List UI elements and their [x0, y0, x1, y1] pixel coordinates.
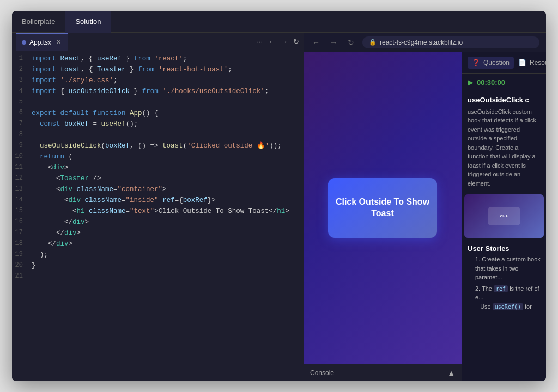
code-line-9: 9 useOutsideClick(boxRef, () => toast('C… [12, 140, 304, 151]
code-line-3: 3 import './style.css'; [12, 75, 304, 86]
code-line-18: 18 </div> [12, 238, 304, 249]
tab-solution[interactable]: Solution [65, 11, 111, 33]
code-line-7: 7 const boxRef = useRef(); [12, 119, 304, 130]
code-line-14: 14 <div className="inside" ref={boxRef}> [12, 195, 304, 206]
resources-tab-btn[interactable]: 📄 Resources [518, 59, 546, 66]
code-line-2: 2 import toast, { Toaster } from 'react-… [12, 64, 304, 75]
code-line-13: 13 <div className="container"> [12, 184, 304, 195]
code-pane: App.tsx ✕ ··· ← → ↻ 1 import React, { us… [12, 33, 304, 381]
code-line-12: 12 <Toaster /> [12, 173, 304, 184]
main-layout: App.tsx ✕ ··· ← → ↻ 1 import React, { us… [12, 33, 546, 381]
useref-badge: useRef() [493, 303, 523, 310]
timer-play-icon: ▶ [468, 78, 474, 87]
code-line-20: 20 } [12, 260, 304, 271]
file-tab-bar: App.tsx ✕ ··· ← → ↻ [12, 33, 304, 51]
preview-mini-box: Click [488, 207, 520, 225]
click-box-label: Click Outside To Show Toast [328, 197, 437, 219]
ref-badge: ref [494, 285, 508, 292]
back-icon[interactable]: ← [268, 38, 275, 46]
user-story-2: 2. The ref is the ref of e... Use useRef… [475, 284, 541, 311]
console-toggle-btn[interactable]: ▲ [447, 369, 455, 377]
console-bar: Console ▲ [304, 364, 462, 381]
question-tab-btn[interactable]: ❓ Question [468, 57, 514, 69]
resources-icon: 📄 [518, 59, 526, 66]
user-story-1: 1. Create a custom hook that takes in tw… [475, 255, 541, 282]
user-stories-title: User Stories [462, 240, 546, 255]
file-tab-close-btn[interactable]: ✕ [54, 39, 62, 46]
more-options-icon[interactable]: ··· [257, 38, 263, 46]
file-tab-app-tsx[interactable]: App.tsx ✕ [16, 33, 68, 51]
preview-content: Click Outside To Show Toast [304, 52, 462, 364]
code-line-19: 19 ); [12, 249, 304, 260]
code-line-15: 15 <h1 className="text">Click Outside To… [12, 206, 304, 217]
challenge-description: useOutsideClick custom hook that detects… [462, 107, 546, 193]
code-line-1: 1 import React, { useRef } from 'react'; [12, 53, 304, 64]
forward-browser-btn[interactable]: → [327, 36, 339, 48]
file-dot [22, 40, 26, 45]
url-text: react-ts-c9g4me.stackblitz.io [380, 39, 463, 46]
code-line-6: 6 export default function App() { [12, 108, 304, 119]
code-line-21: 21 [12, 271, 304, 282]
timer-display: 00:30:00 [477, 78, 505, 87]
user-story-list: 1. Create a custom hook that takes in tw… [462, 255, 546, 317]
question-icon: ❓ [472, 59, 480, 66]
challenge-title: useOutsideClick c [462, 91, 546, 107]
code-line-4: 4 import { useOutsideClick } from './hoo… [12, 86, 304, 97]
challenge-preview-img: Click [464, 194, 544, 238]
click-outside-box[interactable]: Click Outside To Show Toast [328, 178, 437, 238]
right-panel: ❓ Question 📄 Resources ▶ 00:30:00 useOut… [462, 52, 546, 381]
tab-bar: Boilerplate Solution [12, 11, 546, 33]
code-line-10: 10 return ( [12, 151, 304, 162]
refresh-icon[interactable]: ↻ [293, 38, 299, 46]
app-window: Boilerplate Solution App.tsx ✕ ··· ← → ↻ [12, 11, 546, 381]
tab-boilerplate[interactable]: Boilerplate [12, 11, 65, 33]
preview-mini-text: Click [500, 215, 508, 218]
file-tab-actions: ··· ← → ↻ [257, 38, 299, 46]
refresh-browser-btn[interactable]: ↻ [345, 36, 357, 48]
forward-icon[interactable]: → [281, 38, 288, 46]
code-editor[interactable]: 1 import React, { useRef } from 'react';… [12, 51, 304, 381]
code-line-8: 8 [12, 130, 304, 140]
right-panel-header: ❓ Question 📄 Resources [462, 52, 546, 74]
code-line-5: 5 [12, 97, 304, 108]
console-label: Console [310, 369, 334, 377]
code-line-16: 16 </div> [12, 217, 304, 228]
url-bar: ← → ↻ 🔒 react-ts-c9g4me.stackblitz.io [304, 33, 546, 52]
resources-label: Resources [530, 59, 546, 66]
file-tab-name: App.tsx [29, 39, 51, 46]
timer-row: ▶ 00:30:00 [462, 74, 546, 91]
code-line-17: 17 </div> [12, 228, 304, 238]
url-input[interactable]: 🔒 react-ts-c9g4me.stackblitz.io [362, 36, 539, 48]
back-browser-btn[interactable]: ← [310, 36, 322, 48]
preview-pane: Click Outside To Show Toast Console ▲ [304, 52, 462, 381]
question-label: Question [483, 59, 510, 66]
code-line-11: 11 <div> [12, 162, 304, 173]
lock-icon: 🔒 [369, 39, 377, 46]
